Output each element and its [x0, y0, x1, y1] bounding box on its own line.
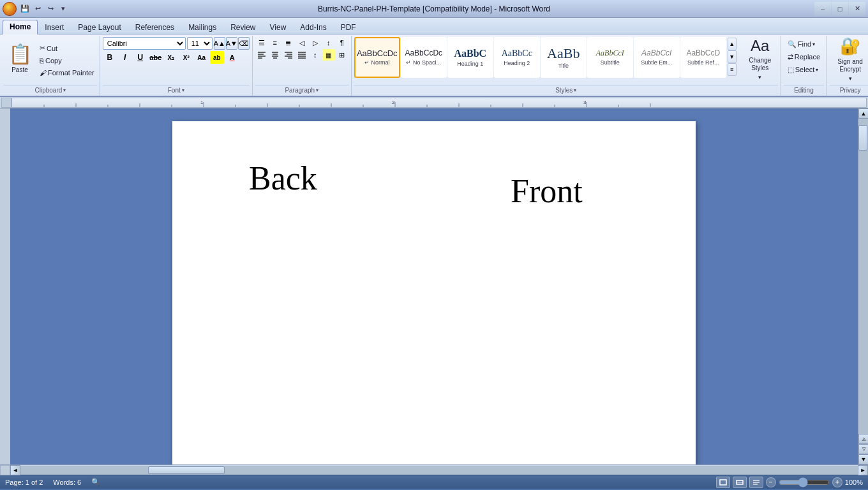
select-button[interactable]: ⬚ Select ▾ [785, 64, 823, 75]
font-size-decrease-button[interactable]: A▼ [226, 37, 237, 50]
paste-button[interactable]: 📋 Paste [4, 37, 36, 79]
style-no-spacing-preview: AaBbCcDc [405, 49, 442, 57]
borders-button[interactable]: ⊞ [336, 49, 348, 61]
sign-encrypt-button[interactable]: 🔐 Sign andEncrypt ▾ [830, 37, 868, 80]
align-left-button[interactable] [255, 49, 268, 61]
clipboard-expand-icon[interactable]: ▾ [63, 87, 66, 93]
scrollbar-up-button[interactable]: ▲ [858, 108, 868, 119]
styles-expand-button[interactable]: ≡ [728, 63, 737, 76]
save-quick-button[interactable]: 💾 [19, 3, 31, 15]
paragraph-expand-icon[interactable]: ▾ [316, 87, 318, 93]
select-icon: ⬚ [788, 66, 794, 74]
change-case-button[interactable]: Aa [195, 51, 209, 64]
line-spacing-button[interactable]: ↕ [309, 49, 322, 61]
style-normal-item[interactable]: AaBbCcDc ↵ Normal [354, 37, 400, 78]
increase-indent-button[interactable]: ▷ [309, 37, 322, 48]
close-button[interactable]: ✕ [849, 2, 865, 16]
shading-button[interactable]: ▦ [322, 49, 335, 61]
style-subtle-ref-label: Subtle Ref... [687, 59, 719, 66]
document-page[interactable]: Back Front [172, 121, 696, 464]
underline-button[interactable]: U [133, 51, 147, 64]
customize-quick-button[interactable]: ▾ [57, 3, 69, 15]
copy-button[interactable]: ⎘ Copy [37, 55, 97, 66]
font-family-select[interactable]: Calibri [103, 37, 186, 50]
style-heading2-item[interactable]: AaBbCc Heading 2 [494, 37, 540, 78]
bullets-button[interactable]: ☰ [255, 37, 268, 48]
undo-quick-button[interactable]: ↩ [32, 3, 43, 15]
multilevel-list-button[interactable]: ≣ [282, 37, 295, 48]
cut-button[interactable]: ✂ Cut [37, 43, 97, 54]
h-scrollbar-left-button[interactable]: ◄ [10, 465, 20, 475]
font-size-increase-button[interactable]: A▲ [214, 37, 225, 50]
tab-view[interactable]: View [263, 20, 294, 34]
show-paragraph-button[interactable]: ¶ [336, 37, 348, 48]
h-scrollbar-track[interactable] [20, 466, 858, 475]
tab-add-ins[interactable]: Add-Ins [293, 20, 333, 34]
style-subtitle-item[interactable]: AaBbCcI Subtitle [587, 37, 633, 78]
strikethrough-button[interactable]: abc [149, 51, 163, 64]
superscript-button[interactable]: X² [179, 51, 193, 64]
select-dropdown-icon: ▾ [816, 67, 818, 73]
format-painter-button[interactable]: 🖌 Format Painter [37, 67, 97, 78]
tab-pdf[interactable]: PDF [334, 20, 363, 34]
justify-button[interactable] [296, 49, 308, 61]
zoom-out-button[interactable]: − [766, 477, 776, 487]
style-heading1-item[interactable]: AaBbC Heading 1 [447, 37, 493, 78]
bold-button[interactable]: B [103, 51, 117, 64]
paragraph-group-label: Paragraph [285, 87, 315, 94]
tab-review[interactable]: Review [223, 20, 262, 34]
styles-expand-icon[interactable]: ▾ [574, 87, 576, 93]
full-screen-view-button[interactable] [733, 477, 747, 488]
tab-page-layout[interactable]: Page Layout [71, 20, 128, 34]
restore-button[interactable]: □ [832, 2, 848, 16]
tab-references[interactable]: References [128, 20, 181, 34]
scrollbar-page-up-button[interactable]: ◬ [858, 434, 868, 444]
font-size-select[interactable]: 11 [187, 37, 213, 50]
scrollbar-track[interactable] [858, 119, 868, 434]
main-area: Back Front ▲ ◬ ▽ ▼ [0, 108, 868, 464]
decrease-indent-button[interactable]: ◁ [296, 37, 308, 48]
styles-scroll-down-button[interactable]: ▼ [728, 50, 737, 63]
align-right-button[interactable] [282, 49, 295, 61]
minimize-button[interactable]: – [814, 2, 831, 16]
tab-insert[interactable]: Insert [38, 20, 71, 34]
replace-button[interactable]: ⇄ Replace [785, 51, 823, 63]
find-label: Find [798, 40, 811, 48]
office-orb-button[interactable] [3, 2, 17, 16]
web-layout-view-button[interactable] [749, 477, 763, 488]
tab-mailings[interactable]: Mailings [181, 20, 223, 34]
italic-button[interactable]: I [118, 51, 132, 64]
highlight-button[interactable]: ab [210, 51, 224, 64]
change-styles-button[interactable]: Aa ChangeStyles ▾ [742, 37, 778, 80]
numbering-button[interactable]: ≡ [269, 37, 281, 48]
style-no-spacing-item[interactable]: AaBbCcDc ↵ No Spaci... [401, 37, 447, 78]
style-normal-label: ↵ Normal [364, 59, 390, 66]
find-icon: 🔍 [788, 40, 797, 48]
font-size-buttons: A▲ A▼ ⌫ [214, 37, 250, 50]
font-expand-icon[interactable]: ▾ [182, 87, 184, 93]
style-subtle-em-item[interactable]: AaBbCcI Subtle Em... [634, 37, 680, 78]
print-layout-view-button[interactable] [716, 477, 730, 488]
ruler-area: 1 2 3 [0, 97, 868, 108]
scrollbar-down-button[interactable]: ▼ [858, 454, 868, 464]
sort-button[interactable]: ↕ [322, 37, 335, 48]
style-title-item[interactable]: AaBb Title [541, 37, 587, 78]
style-subtle-em-label: Subtle Em... [641, 59, 672, 66]
subscript-button[interactable]: X₂ [164, 51, 178, 64]
scrollbar-page-down-button[interactable]: ▽ [858, 444, 868, 454]
find-button[interactable]: 🔍 Find ▾ [785, 38, 823, 50]
styles-scroll-up-button[interactable]: ▲ [728, 38, 737, 50]
tab-home[interactable]: Home [3, 20, 38, 34]
redo-quick-button[interactable]: ↪ [45, 3, 56, 15]
align-center-button[interactable] [269, 49, 281, 61]
scrollbar-thumb[interactable] [858, 125, 867, 151]
document-scroll-area[interactable]: Back Front [10, 108, 858, 464]
zoom-slider[interactable] [779, 479, 830, 486]
style-subtle-ref-preview: AaBbCcD [686, 49, 720, 57]
clear-format-button[interactable]: ⌫ [238, 37, 250, 50]
font-color-button[interactable]: A [225, 51, 239, 64]
h-scrollbar-thumb[interactable] [148, 466, 225, 474]
style-subtle-ref-item[interactable]: AaBbCcD Subtle Ref... [680, 37, 726, 78]
zoom-in-button[interactable]: + [832, 477, 842, 487]
h-scrollbar-right-button[interactable]: ► [858, 465, 868, 475]
